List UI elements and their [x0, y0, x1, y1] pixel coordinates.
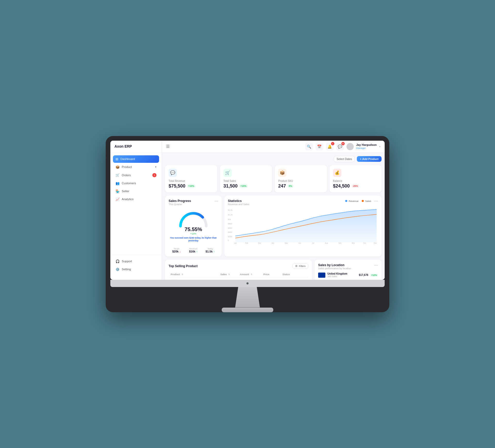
products-table: Product ⇅ Sales ⇅ Amount [169, 271, 308, 280]
sidebar-item-seller[interactable]: 🏪 Seller [113, 188, 159, 195]
stat-value-revenue: $75,500 +10% [169, 183, 214, 189]
sidebar-item-analytics[interactable]: 📈 Analytics [113, 196, 159, 203]
top-selling-card: Top Selling Product ⚙ Filters [165, 260, 312, 280]
location-more-icon[interactable]: ⋯ [374, 263, 378, 267]
calendar-button[interactable]: 📅 [316, 143, 323, 150]
sidebar-item-dashboard[interactable]: ⊞ Dashboard [113, 155, 159, 163]
add-product-button[interactable]: + Add Product [357, 156, 382, 162]
sidebar-item-label: Dashboard [120, 157, 135, 160]
gauge-change: +10% [190, 232, 196, 235]
support-icon: 🎧 [116, 259, 120, 263]
gauge-chart [177, 208, 210, 227]
sidebar-item-label: Orders [122, 174, 131, 177]
monitor-shell: Axon ERP ⊞ Dashboard 📦 Product ▾ 🛒 Order… [106, 136, 389, 312]
chart-legend: Revenue Sales ⋯ [345, 199, 378, 203]
screen: Axon ERP ⊞ Dashboard 📦 Product ▾ 🛒 Order… [110, 141, 385, 280]
stat-badge-balance: -25% [351, 184, 359, 188]
sales-progress-card: Sales Progress This Quarter ⋯ [165, 196, 222, 257]
product-amount: $84,611 [238, 277, 261, 280]
svg-text:Sep: Sep [338, 242, 341, 244]
main-area: ☰ 🔍 📅 🔔 1 💬 34 [162, 141, 385, 280]
stat-card-revenue: 💬 Total Revenue $75,500 +10% [165, 165, 217, 192]
search-button[interactable]: 🔍 [305, 143, 313, 150]
filter-button[interactable]: ⚙ Filters [292, 263, 308, 269]
stats-row: 💬 Total Revenue $75,500 +10% 🛒 Total Sal… [165, 165, 382, 192]
sales-progress-title: Sales Progress [169, 199, 191, 203]
sidebar-item-setting[interactable]: ⚙️ Setting [113, 266, 159, 273]
user-info: Jay Hargudson Manager [356, 143, 377, 150]
sidebar-logo: Axon ERP [110, 144, 162, 153]
sidebar-nav: ⊞ Dashboard 📦 Product ▾ 🛒 Orders 1 [110, 153, 162, 255]
location-name-uk: United Kingdom [327, 272, 357, 275]
toolbar: Select Dates + Add Product [165, 156, 382, 162]
svg-text:$800: $800 [228, 223, 232, 225]
user-dropdown-icon[interactable]: ▾ [379, 145, 381, 148]
svg-text:Aug: Aug [325, 242, 328, 244]
stat-value-balance: $24,500 -25% [333, 183, 378, 189]
col-status: Status [280, 271, 308, 277]
col-price: Price [261, 271, 280, 277]
filter-icon: ⚙ [295, 265, 298, 267]
stat-card-sales: 🛒 Total Sales 31,500 +15% [220, 165, 272, 192]
chevron-down-icon: ▾ [155, 166, 156, 168]
sidebar-bottom: 🎧 Support ⚙️ Setting [110, 255, 162, 276]
col-amount: Amount ⇅ [238, 271, 261, 277]
customers-icon: 👥 [116, 181, 120, 185]
revenue-legend: Revenue [345, 200, 359, 202]
message-button[interactable]: 💬 34 [336, 143, 344, 150]
product-sales: 401 [218, 277, 238, 280]
svg-text:Mar: Mar [258, 242, 261, 244]
sidebar-item-support[interactable]: 🎧 Support [113, 258, 159, 265]
sales-legend: Sales [362, 200, 371, 202]
bottom-row: Top Selling Product ⚙ Filters [165, 260, 382, 280]
monitor-base-top [110, 280, 385, 287]
svg-text:$400: $400 [228, 231, 232, 233]
metric-label-target: Target [169, 248, 184, 250]
gauge-percent: 75.55% [185, 226, 202, 232]
arrow-up-icon2: ↑ [213, 250, 215, 253]
sidebar-item-label: Seller [122, 190, 129, 193]
svg-text:Jun: Jun [298, 242, 301, 244]
avatar [346, 143, 354, 150]
top-selling-title: Top Selling Product [169, 264, 197, 268]
table-row: Handmade Pouch SKU: 302012 401 $84,611 $… [169, 277, 308, 280]
table-card-header: Top Selling Product ⚙ Filters [169, 263, 308, 269]
more-options-icon[interactable]: ⋯ [214, 199, 218, 203]
statistics-title: Statistics [228, 199, 249, 203]
location-item-uk: United Kingdom 340 Sales $17,678 +12% [318, 272, 378, 278]
product-icon: 📦 [116, 165, 120, 169]
app-header: ☰ 🔍 📅 🔔 1 💬 34 [162, 141, 385, 153]
seller-icon: 🏪 [116, 189, 120, 193]
sidebar-item-orders[interactable]: 🛒 Orders 1 [113, 171, 159, 179]
main-content: Select Dates + Add Product 💬 Total Reven… [162, 153, 385, 280]
chart-more-icon[interactable]: ⋯ [374, 199, 378, 203]
sidebar-item-product[interactable]: 📦 Product ▾ [113, 163, 159, 171]
user-name: Jay Hargudson [356, 143, 377, 147]
user-role: Manager [356, 147, 377, 150]
svg-text:Oct: Oct [363, 242, 366, 244]
stat-icon-sku: 📦 [278, 169, 286, 177]
chart-header: Statistics Revenue and Sales Revenue [228, 199, 378, 206]
metric-value-target: $20k ↓ [169, 250, 184, 253]
svg-text:Apr: Apr [271, 242, 274, 244]
sidebar-item-customers[interactable]: 👥 Customers [113, 180, 159, 187]
sidebar-item-label: Setting [122, 268, 131, 271]
metric-value-revenue: $16k ↑ [185, 250, 201, 253]
menu-icon[interactable]: ☰ [166, 144, 170, 149]
stat-badge-revenue: +10% [187, 184, 195, 188]
sales-by-location-card: Sales by Location Sales performance by l… [315, 260, 382, 280]
stat-label-balance: Balance [333, 180, 378, 182]
location-sales-uk: 340 Sales [327, 275, 357, 278]
camera-dot [246, 282, 249, 284]
bell-button[interactable]: 🔔 1 [326, 143, 334, 150]
svg-text:Nov: Nov [352, 242, 355, 244]
svg-text:$1.4k: $1.4k [228, 209, 233, 211]
stat-badge-sales: +15% [239, 184, 248, 188]
monitor-foot [222, 308, 273, 312]
sales-progress-subtitle: This Quarter [169, 203, 191, 206]
stat-label-sku: Product SKU [278, 180, 323, 182]
location-amount-uk: $17,678 [359, 274, 368, 276]
metric-revenue: Revenue $16k ↑ [185, 248, 201, 253]
gear-icon: ⚙️ [116, 267, 120, 271]
select-dates-button[interactable]: Select Dates [334, 156, 355, 162]
